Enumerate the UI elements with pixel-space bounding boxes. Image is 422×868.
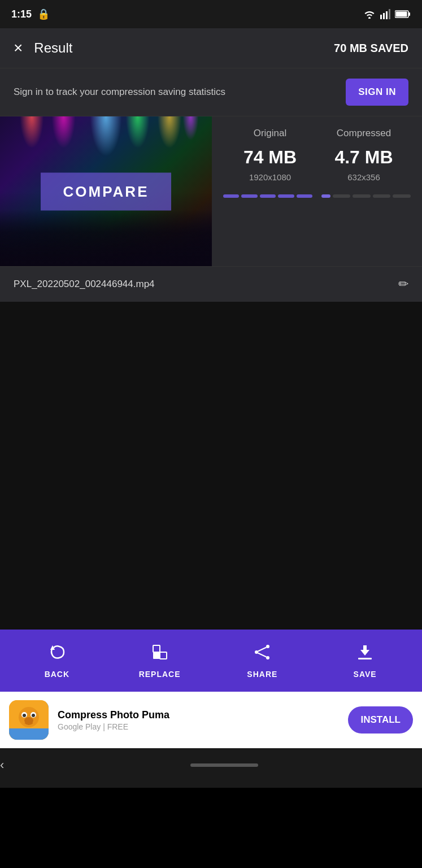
svg-rect-8 xyxy=(153,645,160,652)
svg-point-24 xyxy=(32,714,35,717)
signin-button[interactable]: SIGN IN xyxy=(346,79,408,106)
ad-app-name: Compress Photo Puma xyxy=(58,709,339,721)
svg-rect-6 xyxy=(396,12,407,17)
compressed-progress xyxy=(321,194,411,198)
back-button[interactable]: BACK xyxy=(34,643,80,679)
install-button[interactable]: INSTALL xyxy=(348,706,413,734)
svg-rect-1 xyxy=(383,13,385,19)
stats-header: Original Compressed xyxy=(223,128,411,139)
ad-app-icon xyxy=(9,700,49,740)
battery-icon xyxy=(395,10,411,19)
svg-rect-9 xyxy=(160,652,167,659)
status-right xyxy=(363,9,411,19)
replace-icon xyxy=(151,643,169,665)
svg-point-13 xyxy=(266,656,269,659)
svg-rect-5 xyxy=(408,12,410,16)
main-content xyxy=(0,302,422,630)
signin-banner: Sign in to track your compression saving… xyxy=(0,68,422,116)
page-title: Result xyxy=(34,40,72,56)
original-size: 74 MB xyxy=(223,147,317,168)
top-bar-left: × Result xyxy=(14,39,72,57)
svg-rect-0 xyxy=(380,15,382,19)
svg-point-11 xyxy=(266,645,269,648)
crowd-silhouette xyxy=(0,210,212,266)
ad-text: Compress Photo Puma Google Play | FREE xyxy=(58,709,339,731)
svg-point-12 xyxy=(255,650,258,654)
edit-icon[interactable]: ✏ xyxy=(398,277,408,292)
stats-area: Original Compressed 74 MB 4.7 MB 1920x10… xyxy=(212,116,422,266)
back-icon xyxy=(48,643,66,665)
back-label: BACK xyxy=(45,670,69,679)
svg-rect-3 xyxy=(389,9,390,19)
size-row: 74 MB 4.7 MB xyxy=(223,147,411,168)
save-button[interactable]: SAVE xyxy=(342,643,388,679)
save-label: SAVE xyxy=(354,670,377,679)
svg-line-15 xyxy=(258,653,267,657)
close-button[interactable]: × xyxy=(14,39,23,57)
svg-rect-16 xyxy=(358,658,372,659)
ad-price: FREE xyxy=(107,722,128,731)
svg-rect-2 xyxy=(386,11,388,19)
svg-rect-19 xyxy=(9,728,49,740)
signin-text: Sign in to track your compression saving… xyxy=(14,85,225,99)
save-icon xyxy=(356,643,374,665)
share-button[interactable]: SHARE xyxy=(240,643,285,679)
replace-button[interactable]: REPLACE xyxy=(137,643,182,679)
compressed-label: Compressed xyxy=(317,128,411,139)
compressed-size: 4.7 MB xyxy=(317,147,411,168)
nav-pill xyxy=(190,763,258,767)
ad-separator: | xyxy=(103,722,107,731)
signal-icon xyxy=(380,9,390,19)
bottom-toolbar: BACK REPLACE SHARE xyxy=(0,630,422,692)
status-left: 1:15 🔒 xyxy=(11,8,50,20)
original-label: Original xyxy=(223,128,317,139)
result-content: COMPARE Original Compressed 74 MB 4.7 MB… xyxy=(0,116,422,266)
status-bar: 1:15 🔒 xyxy=(0,0,422,28)
wifi-icon xyxy=(363,10,376,19)
status-time: 1:15 xyxy=(11,8,32,20)
original-progress xyxy=(223,194,312,198)
compare-button[interactable]: COMPARE xyxy=(41,172,172,210)
notification-icon: 🔒 xyxy=(37,8,50,20)
share-icon xyxy=(253,643,271,665)
svg-point-23 xyxy=(23,714,26,717)
result-card: COMPARE Original Compressed 74 MB 4.7 MB… xyxy=(0,116,422,302)
progress-bars xyxy=(223,194,411,198)
svg-rect-10 xyxy=(153,652,160,659)
nav-bar: ‹ xyxy=(0,748,422,788)
compressed-dimensions: 632x356 xyxy=(317,172,411,182)
top-bar: × Result 70 MB SAVED xyxy=(0,28,422,68)
ad-banner: Compress Photo Puma Google Play | FREE I… xyxy=(0,692,422,748)
dimensions-row: 1920x1080 632x356 xyxy=(223,172,411,182)
share-label: SHARE xyxy=(247,670,277,679)
thumbnail-area: COMPARE xyxy=(0,116,212,266)
replace-label: REPLACE xyxy=(139,670,181,679)
original-dimensions: 1920x1080 xyxy=(223,172,317,182)
filename-row: PXL_20220502_002446944.mp4 ✏ xyxy=(0,266,422,302)
nav-back-button[interactable]: ‹ xyxy=(0,758,4,772)
saved-badge: 70 MB SAVED xyxy=(334,42,408,55)
ad-store-info: Google Play | FREE xyxy=(58,722,339,731)
ad-store: Google Play xyxy=(58,722,101,731)
filename-text: PXL_20220502_002446944.mp4 xyxy=(14,279,155,290)
svg-line-14 xyxy=(258,647,267,651)
